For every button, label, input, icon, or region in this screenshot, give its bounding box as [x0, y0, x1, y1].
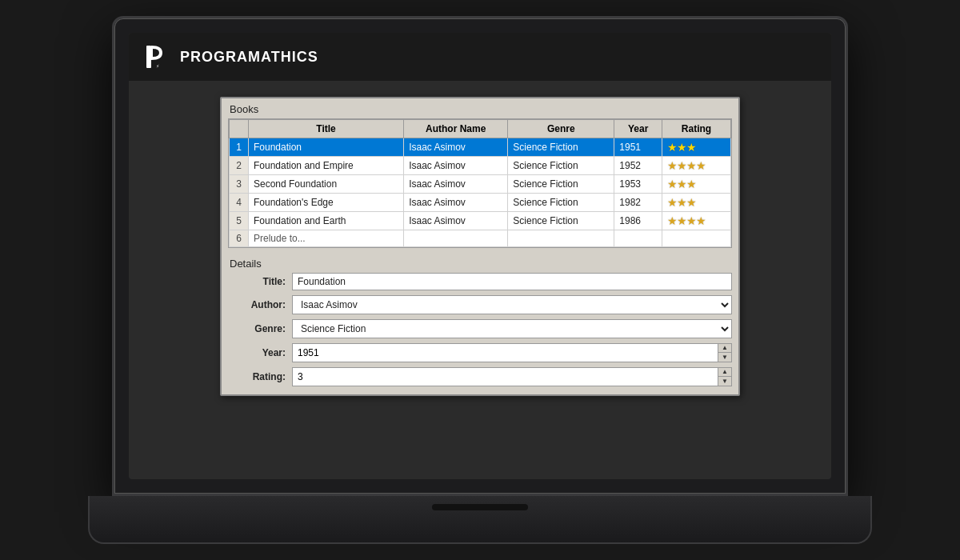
screen-inner: ⚡ PROGRAMATHICS Books: [129, 33, 831, 479]
col-rating: Rating: [662, 120, 731, 138]
row-year: 1952: [614, 157, 662, 175]
row-title: Foundation and Earth: [249, 212, 404, 230]
author-label: Author:: [228, 299, 292, 310]
star-rating: ★★★: [667, 141, 696, 154]
col-genre: Genre: [508, 120, 614, 138]
books-table: Title Author Name Genre Year Rating: [229, 119, 731, 247]
row-number: 4: [230, 194, 249, 212]
row-year: [614, 230, 662, 247]
row-title: Foundation's Edge: [249, 194, 404, 212]
year-spin-down[interactable]: ▼: [718, 353, 731, 362]
app-logo-icon: ⚡: [145, 42, 174, 71]
table-row[interactable]: 4Foundation's EdgeIsaac AsimovScience Fi…: [230, 194, 731, 212]
header-bar: ⚡ PROGRAMATHICS: [129, 33, 831, 81]
laptop-base: [88, 496, 872, 544]
table-row[interactable]: 3Second FoundationIsaac AsimovScience Fi…: [230, 175, 731, 194]
row-author: Isaac Asimov: [404, 157, 508, 175]
star-rating: ★★★★: [667, 214, 706, 227]
row-title: Second Foundation: [249, 175, 404, 194]
row-year: 1986: [614, 212, 662, 230]
details-grid: Title: Author: Isaac Asimov Other Author…: [228, 273, 732, 386]
row-rating: ★★★: [662, 138, 731, 157]
year-spin-buttons: ▲ ▼: [718, 344, 731, 362]
table-row[interactable]: 2Foundation and EmpireIsaac AsimovScienc…: [230, 157, 731, 175]
screen-content: ⚡ PROGRAMATHICS Books: [129, 33, 831, 479]
row-number: 2: [230, 157, 249, 175]
table-header-row: Title Author Name Genre Year Rating: [230, 120, 731, 138]
table-row[interactable]: 5Foundation and EarthIsaac AsimovScience…: [230, 212, 731, 230]
col-author: Author Name: [404, 120, 508, 138]
rating-spin-up[interactable]: ▲: [718, 368, 731, 377]
year-input[interactable]: [293, 344, 718, 362]
year-spinbox: ▲ ▼: [292, 343, 732, 362]
title-input[interactable]: [292, 273, 732, 290]
books-table-container[interactable]: Title Author Name Genre Year Rating: [228, 118, 732, 248]
laptop-shell: ⚡ PROGRAMATHICS Books: [88, 16, 872, 544]
table-row[interactable]: 6Prelude to...: [230, 230, 731, 247]
row-title: Foundation: [249, 138, 404, 157]
row-title: Prelude to...: [249, 230, 404, 247]
app-window: Books Title Author Name Genre: [220, 97, 740, 396]
rating-label: Rating:: [228, 371, 292, 382]
row-genre: [508, 230, 614, 247]
row-title: Foundation and Empire: [249, 157, 404, 175]
row-rating: [662, 230, 731, 247]
row-number: 5: [230, 212, 249, 230]
row-year: 1953: [614, 175, 662, 194]
star-rating: ★★★: [667, 178, 696, 190]
row-number: 6: [230, 230, 249, 247]
rating-spin-down[interactable]: ▼: [718, 377, 731, 386]
row-author: [404, 230, 508, 247]
row-author: Isaac Asimov: [404, 175, 508, 194]
star-rating: ★★★★: [667, 159, 706, 172]
genre-label: Genre:: [228, 323, 292, 334]
col-num: [230, 120, 249, 138]
screen-bezel: ⚡ PROGRAMATHICS Books: [112, 16, 848, 496]
logo-area: ⚡ PROGRAMATHICS: [145, 42, 318, 71]
star-rating: ★★★: [667, 196, 696, 209]
row-number: 1: [230, 138, 249, 157]
year-label: Year:: [228, 347, 292, 358]
svg-rect-0: [146, 46, 151, 68]
col-year: Year: [614, 120, 662, 138]
rating-spinbox: ▲ ▼: [292, 367, 732, 386]
row-genre: Science Fiction: [508, 157, 614, 175]
row-number: 3: [230, 175, 249, 194]
rating-input[interactable]: [293, 368, 718, 386]
row-rating: ★★★: [662, 175, 731, 194]
svg-text:⚡: ⚡: [156, 63, 159, 70]
row-rating: ★★★★: [662, 157, 731, 175]
details-section: Title: Author: Isaac Asimov Other Author…: [222, 273, 738, 394]
row-genre: Science Fiction: [508, 212, 614, 230]
table-row[interactable]: 1FoundationIsaac AsimovScience Fiction19…: [230, 138, 731, 157]
row-genre: Science Fiction: [508, 138, 614, 157]
title-label: Title:: [228, 276, 292, 287]
col-title: Title: [249, 120, 404, 138]
details-section-label: Details: [222, 253, 738, 273]
main-content: Books Title Author Name Genre: [129, 81, 831, 479]
year-spin-up[interactable]: ▲: [718, 344, 731, 353]
row-author: Isaac Asimov: [404, 212, 508, 230]
row-author: Isaac Asimov: [404, 194, 508, 212]
row-rating: ★★★★: [662, 212, 731, 230]
row-author: Isaac Asimov: [404, 138, 508, 157]
row-year: 1982: [614, 194, 662, 212]
row-genre: Science Fiction: [508, 194, 614, 212]
row-rating: ★★★: [662, 194, 731, 212]
row-genre: Science Fiction: [508, 175, 614, 194]
row-year: 1951: [614, 138, 662, 157]
genre-select[interactable]: Science Fiction Fantasy Mystery Romance …: [292, 319, 732, 338]
author-select[interactable]: Isaac Asimov Other Author: [292, 295, 732, 314]
rating-spin-buttons: ▲ ▼: [718, 368, 731, 386]
app-title: PROGRAMATHICS: [180, 49, 318, 66]
books-section-label: Books: [222, 98, 738, 118]
